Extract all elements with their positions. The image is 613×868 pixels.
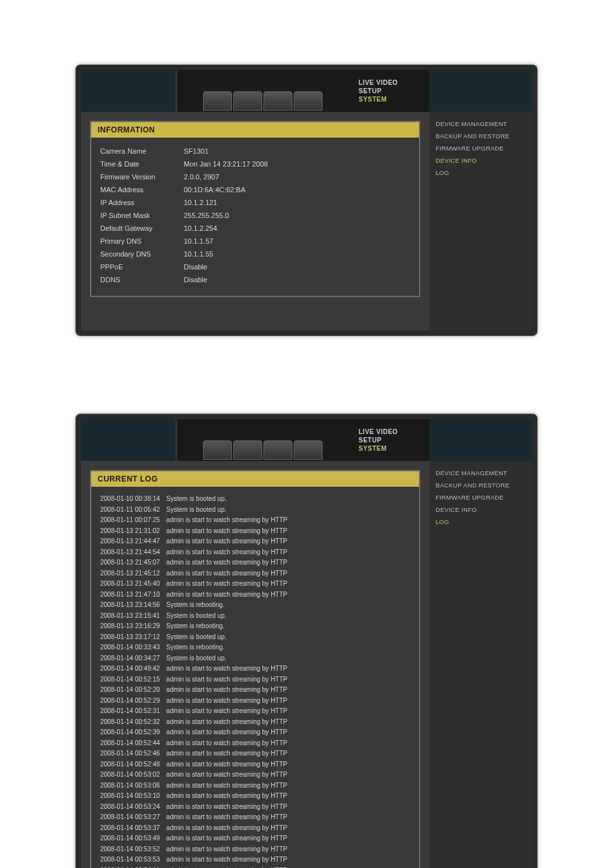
log-row: 2008-01-13 23:17:12System is booted up. [100,633,292,642]
info-row: Secondary DNS10.1.1.55 [100,248,268,260]
log-timestamp: 2008-01-13 21:45:07 [100,558,165,568]
log-row: 2008-01-14 00:53:24admin is start to wat… [100,802,292,812]
menu-firmware-upgrade[interactable]: FIRMWARE UPGRADE [434,143,527,154]
nav-live-video[interactable]: LIVE VIDEO [359,428,429,435]
log-message: admin is start to watch streaming by HTT… [166,834,292,844]
log-row: 2008-01-14 00:53:06admin is start to wat… [100,781,292,791]
tab-strip [203,91,323,111]
menu-device-management[interactable]: DEVICE MANAGEMENT [434,118,527,129]
info-row: IP Address10.1.2.121 [100,197,268,208]
nav-setup[interactable]: SETUP [359,437,429,444]
top-mid [177,70,359,112]
log-row: 2008-01-14 00:52:39admin is start to wat… [100,728,292,737]
view-tab-1[interactable] [203,440,232,460]
view-tab-4[interactable] [294,440,323,460]
menu-firmware-upgrade[interactable]: FIRMWARE UPGRADE [434,492,527,503]
log-message: admin is start to watch streaming by HTT… [166,696,292,706]
log-row: 2008-01-14 00:53:53admin is start to wat… [100,855,292,865]
log-row: 2008-01-13 23:16:29System is rebooting. [100,622,292,631]
log-message: admin is start to watch streaming by HTT… [166,824,292,833]
information-title: INFORMATION [91,122,419,138]
info-key: MAC Address [100,184,177,195]
info-value: 255.255.255.0 [179,210,268,221]
log-timestamp: 2008-01-13 21:45:40 [100,579,165,589]
view-tab-3[interactable] [263,91,292,111]
content-area: CURRENT LOG 2008-01-10 00:38:14System is… [81,461,429,868]
log-row: 2008-01-14 00:52:46admin is start to wat… [100,749,292,759]
tab-strip [203,440,323,460]
info-row: Camera NameSF1301 [100,145,268,157]
log-timestamp: 2008-01-14 00:52:15 [100,675,165,685]
log-row: 2008-01-14 00:52:32admin is start to wat… [100,718,292,727]
log-row: 2008-01-10 00:38:14System is booted up. [100,494,292,504]
top-logo-area [81,70,177,112]
info-row: PPPoEDisable [100,261,268,273]
top-bar: LIVE VIDEO SETUP SYSTEM [81,419,532,461]
info-key: DDNS [100,274,177,285]
view-tab-2[interactable] [233,91,262,111]
log-message: admin is start to watch streaming by HTT… [166,548,292,557]
log-timestamp: 2008-01-11 00:07:25 [100,516,165,525]
log-card: CURRENT LOG 2008-01-10 00:38:14System is… [90,470,420,868]
info-table: Camera NameSF1301Time & DateMon Jan 14 2… [99,144,269,287]
menu-device-management[interactable]: DEVICE MANAGEMENT [434,467,527,478]
log-message: admin is start to watch streaming by HTT… [166,739,292,748]
nav-live-video[interactable]: LIVE VIDEO [359,79,429,86]
log-message: admin is start to watch streaming by HTT… [166,579,292,589]
log-message: admin is start to watch streaming by HTT… [166,675,292,685]
log-message: admin is start to watch streaming by HTT… [166,728,292,737]
log-row: 2008-01-13 21:47:10admin is start to wat… [100,590,292,600]
menu-device-info[interactable]: DEVICE INFO [434,504,527,515]
info-row: DDNSDisable [100,274,268,285]
log-message: admin is start to watch streaming by HTT… [166,749,292,759]
log-message: System is booted up. [166,505,292,515]
top-logo-area [81,419,177,461]
log-row: 2008-01-13 21:45:07admin is start to wat… [100,558,292,568]
device-info-window: LIVE VIDEO SETUP SYSTEM INFORMATION Came… [75,64,538,336]
log-timestamp: 2008-01-14 00:34:27 [100,654,165,664]
log-row: 2008-01-14 00:33:43System is rebooting. [100,643,292,653]
log-timestamp: 2008-01-14 00:49:42 [100,664,165,674]
info-key: IP Subnet Mask [100,210,177,221]
top-nav: LIVE VIDEO SETUP SYSTEM [359,428,429,452]
log-message: System is booted up. [166,654,292,664]
side-menu: DEVICE MANAGEMENT BACKUP AND RESTORE FIR… [429,112,532,330]
menu-backup-restore[interactable]: BACKUP AND RESTORE [434,131,527,141]
info-value: 10.1.2.121 [179,197,268,208]
log-message: System is booted up. [166,611,292,621]
log-timestamp: 2008-01-14 00:52:46 [100,749,165,759]
log-message: System is booted up. [166,494,292,504]
nav-system[interactable]: SYSTEM [359,96,429,103]
log-row: 2008-01-14 00:52:31admin is start to wat… [100,707,292,716]
log-timestamp: 2008-01-14 00:33:43 [100,643,165,653]
log-row: 2008-01-13 21:31:02admin is start to wat… [100,527,292,536]
log-timestamp: 2008-01-14 00:52:48 [100,760,165,770]
menu-device-info[interactable]: DEVICE INFO [434,155,527,166]
nav-system[interactable]: SYSTEM [359,445,429,452]
log-timestamp: 2008-01-14 00:53:52 [100,845,165,854]
view-tab-2[interactable] [233,440,262,460]
log-message: System is rebooting. [166,601,292,610]
info-row: Time & DateMon Jan 14 23:21:17 2008 [100,158,268,170]
menu-log[interactable]: LOG [434,167,527,178]
menu-log[interactable]: LOG [434,516,527,527]
menu-backup-restore[interactable]: BACKUP AND RESTORE [434,480,527,491]
log-timestamp: 2008-01-13 23:14:56 [100,601,165,610]
log-timestamp: 2008-01-14 00:52:31 [100,707,165,716]
log-timestamp: 2008-01-13 23:15:41 [100,611,165,621]
log-row: 2008-01-14 00:52:20admin is start to wat… [100,685,292,695]
info-row: Default Gateway10.1.2.254 [100,222,268,234]
log-message: admin is start to watch streaming by HTT… [166,770,292,780]
info-row: Primary DNS10.1.1.57 [100,235,268,247]
info-value: 10.1.2.254 [179,222,268,234]
log-timestamp: 2008-01-14 00:52:20 [100,685,165,695]
log-timestamp: 2008-01-14 00:53:53 [100,855,165,865]
log-message: admin is start to watch streaming by HTT… [166,718,292,727]
view-tab-3[interactable] [263,440,292,460]
log-row: 2008-01-14 00:53:02admin is start to wat… [100,770,292,780]
view-tab-4[interactable] [294,91,323,111]
log-row: 2008-01-14 00:52:15admin is start to wat… [100,675,292,685]
nav-setup[interactable]: SETUP [359,87,429,95]
log-timestamp: 2008-01-13 21:47:10 [100,590,165,600]
view-tab-1[interactable] [203,91,232,111]
